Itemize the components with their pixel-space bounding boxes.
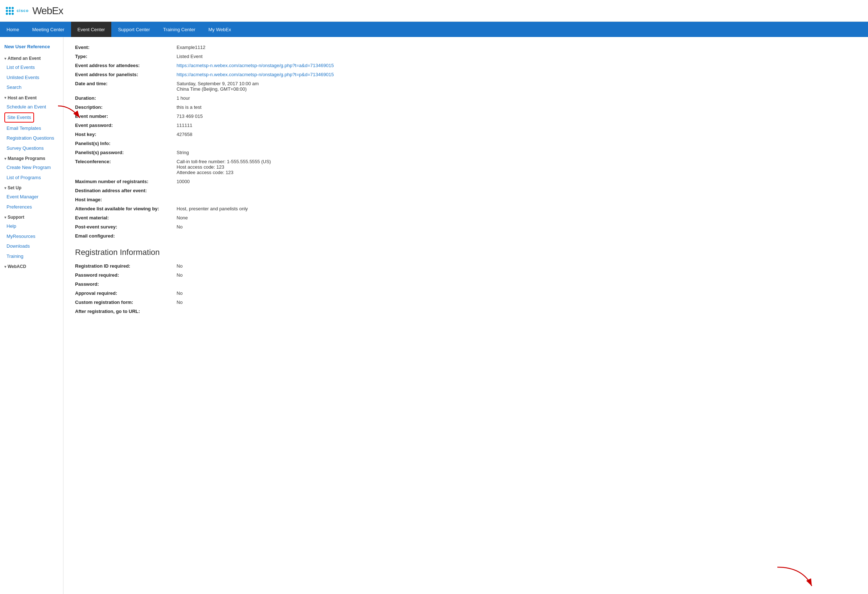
field-value-email-configured (174, 231, 859, 241)
field-label-datetime: Date and time: (72, 79, 174, 93)
table-row: Email configured: (72, 231, 859, 241)
field-value-event-material: None (174, 213, 859, 222)
field-value-panelist-address: https://acmetsp-n.webex.com/acmetsp-n/on… (174, 70, 859, 79)
field-value-attendee-address: https://acmetsp-n.webex.com/acmetsp-n/on… (174, 61, 859, 70)
table-row: Duration: 1 hour (72, 93, 859, 103)
field-label-attendee-list: Attendee list available for viewing by: (72, 204, 174, 213)
table-row: Event: Example1112 (72, 43, 859, 52)
table-row: Description: this is a test (72, 103, 859, 112)
field-value-max-registrants: 10000 (174, 177, 859, 186)
sidebar-new-user-reference[interactable]: New User Reference (0, 41, 63, 53)
logo-bar: cisco WebEx (0, 0, 868, 22)
sidebar-email-templates[interactable]: Email Templates (0, 123, 63, 133)
sidebar-myresources[interactable]: MyResources (0, 231, 63, 241)
nav-training-center[interactable]: Training Center (156, 22, 202, 37)
sidebar-search[interactable]: Search (0, 82, 63, 93)
sidebar-registration-questions[interactable]: Registration Questions (0, 133, 63, 143)
table-row: Custom registration form: No (72, 298, 859, 307)
panelist-address-link[interactable]: https://acmetsp-n.webex.com/acmetsp-n/on… (177, 72, 334, 77)
table-row: Panelist(s) password: String (72, 148, 859, 157)
field-value-type: Listed Event (174, 52, 859, 61)
sidebar-section-setup: Set Up (0, 182, 63, 192)
field-value-post-event-survey: No (174, 222, 859, 231)
table-row: Event password: 111111 (72, 121, 859, 130)
field-value-pwd (174, 279, 859, 289)
nav-meeting-center[interactable]: Meeting Center (26, 22, 71, 37)
sidebar-schedule-event[interactable]: Schedule an Event (0, 102, 63, 112)
field-value-custom-form: No (174, 298, 859, 307)
field-value-datetime: Saturday, September 9, 2017 10:00 am Chi… (174, 79, 859, 93)
sidebar-section-host: Host an Event (0, 93, 63, 102)
field-value-event: Example1112 (174, 43, 859, 52)
field-label-teleconference: Teleconference: (72, 157, 174, 177)
sidebar-section-manage-programs: Manage Programs (0, 153, 63, 163)
nav-home[interactable]: Home (0, 22, 26, 37)
field-value-attendee-list: Host, presenter and panelists only (174, 204, 859, 213)
field-label-host-image: Host image: (72, 195, 174, 204)
field-value-duration: 1 hour (174, 93, 859, 103)
attendee-address-link[interactable]: https://acmetsp-n.webex.com/acmetsp-n/on… (177, 63, 334, 68)
cisco-logo: cisco (6, 7, 29, 15)
field-value-password: 111111 (174, 121, 859, 130)
field-value-after-reg-url (174, 307, 859, 316)
table-row: Destination address after event: (72, 186, 859, 195)
field-value-host-key: 427658 (174, 130, 859, 139)
field-label-event-number: Event number: (72, 112, 174, 121)
field-label-host-key: Host key: (72, 130, 174, 139)
table-row: Attendee list available for viewing by: … (72, 204, 859, 213)
cisco-dots (6, 7, 14, 15)
field-label-panelist-address: Event address for panelists: (72, 70, 174, 79)
field-value-host-image (174, 195, 859, 204)
sidebar-section-support: Support (0, 212, 63, 221)
field-label-max-registrants: Maximum number of registrants: (72, 177, 174, 186)
sidebar-create-new-program[interactable]: Create New Program (0, 163, 63, 173)
sidebar-list-of-programs[interactable]: List of Programs (0, 173, 63, 183)
field-value-reg-id: No (174, 262, 859, 270)
field-label-panelist-password: Panelist(s) password: (72, 148, 174, 157)
table-row: Password required: No (72, 270, 859, 279)
field-label-duration: Duration: (72, 93, 174, 103)
field-value-panelist-password: String (174, 148, 859, 157)
main-layout: New User Reference Attend an Event List … (0, 37, 868, 594)
field-label-destination-address: Destination address after event: (72, 186, 174, 195)
nav-event-center[interactable]: Event Center (71, 22, 112, 37)
sidebar-survey-questions[interactable]: Survey Questions (0, 143, 63, 154)
sidebar-downloads[interactable]: Downloads (0, 241, 63, 251)
field-label-panelist-info: Panelist(s) Info: (72, 139, 174, 148)
table-row: Panelist(s) Info: (72, 139, 859, 148)
sidebar-preferences[interactable]: Preferences (0, 202, 63, 212)
field-label-post-event-survey: Post-event survey: (72, 222, 174, 231)
sidebar-event-manager[interactable]: Event Manager (0, 192, 63, 202)
sidebar-list-of-events[interactable]: List of Events (0, 62, 63, 72)
table-row: Event material: None (72, 213, 859, 222)
table-row: Post-event survey: No (72, 222, 859, 231)
sidebar-site-events[interactable]: Site Events (4, 112, 34, 123)
sidebar-help[interactable]: Help (0, 221, 63, 231)
table-row: Date and time: Saturday, September 9, 20… (72, 79, 859, 93)
field-label-custom-form: Custom registration form: (72, 298, 174, 307)
nav-support-center[interactable]: Support Center (111, 22, 156, 37)
nav-bar: Home Meeting Center Event Center Support… (0, 22, 868, 37)
content-area: Event: Example1112 Type: Listed Event Ev… (63, 37, 868, 594)
sidebar-unlisted-events[interactable]: Unlisted Events (0, 72, 63, 83)
field-label-description: Description: (72, 103, 174, 112)
field-label-pwd: Password: (72, 279, 174, 289)
field-value-event-number: 713 469 015 (174, 112, 859, 121)
registration-heading: Registration Information (75, 248, 859, 257)
field-label-event: Event: (72, 43, 174, 52)
field-value-approval: No (174, 289, 859, 298)
table-row: Maximum number of registrants: 10000 (72, 177, 859, 186)
nav-my-webex[interactable]: My WebEx (202, 22, 238, 37)
sidebar-section-webacd: WebACD (0, 261, 63, 270)
table-row: Type: Listed Event (72, 52, 859, 61)
field-label-pwd-required: Password required: (72, 270, 174, 279)
table-row: Event address for attendees: https://acm… (72, 61, 859, 70)
field-value-destination-address (174, 186, 859, 195)
table-row: Host key: 427658 (72, 130, 859, 139)
field-label-attendee-address: Event address for attendees: (72, 61, 174, 70)
sidebar-training[interactable]: Training (0, 251, 63, 262)
field-label-event-material: Event material: (72, 213, 174, 222)
field-value-pwd-required: No (174, 270, 859, 279)
sidebar-section-attend: Attend an Event (0, 53, 63, 62)
field-value-panelist-info (174, 139, 859, 148)
